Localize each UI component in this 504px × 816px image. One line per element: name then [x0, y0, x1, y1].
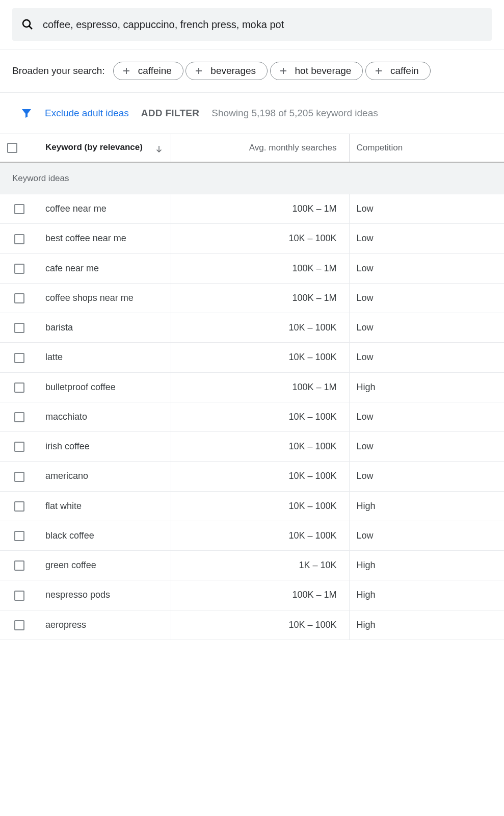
row-select-cell: [0, 224, 38, 253]
table-row: aeropress10K – 100KHigh: [0, 610, 504, 640]
row-checkbox[interactable]: [14, 620, 24, 630]
row-select-cell: [0, 432, 38, 462]
row-checkbox[interactable]: [14, 531, 24, 541]
row-checkbox[interactable]: [14, 293, 24, 303]
row-select-cell: [0, 402, 38, 431]
search-icon: [21, 18, 34, 31]
keyword-cell[interactable]: green coffee: [38, 551, 171, 580]
row-checkbox[interactable]: [14, 412, 24, 422]
row-checkbox[interactable]: [14, 204, 24, 214]
broaden-label: Broaden your search:: [12, 65, 105, 76]
competition-cell: Low: [349, 224, 504, 253]
row-checkbox[interactable]: [14, 353, 24, 363]
searches-cell: 10K – 100K: [171, 432, 349, 462]
broaden-search-row: Broaden your search: caffeine beverages …: [0, 49, 504, 92]
row-checkbox[interactable]: [14, 442, 24, 452]
competition-cell: Low: [349, 521, 504, 550]
plus-icon: [279, 66, 288, 75]
search-query: coffee, espresso, cappuccino, french pre…: [43, 19, 284, 31]
searches-cell: 100K – 1M: [171, 283, 349, 313]
keyword-cell[interactable]: black coffee: [38, 521, 171, 550]
column-header-keyword[interactable]: Keyword (by relevance): [38, 134, 171, 163]
column-header-searches-label: Avg. monthly searches: [249, 143, 337, 152]
row-select-cell: [0, 521, 38, 550]
plus-icon: [194, 66, 203, 75]
row-select-cell: [0, 580, 38, 610]
keyword-ideas-section-header: Keyword ideas: [0, 163, 504, 194]
keyword-cell[interactable]: best coffee near me: [38, 224, 171, 253]
broaden-chip[interactable]: caffeine: [113, 62, 183, 80]
keyword-cell[interactable]: coffee shops near me: [38, 283, 171, 313]
table-row: green coffee1K – 10KHigh: [0, 551, 504, 580]
row-checkbox[interactable]: [14, 323, 24, 333]
row-checkbox[interactable]: [14, 472, 24, 482]
table-row: flat white10K – 100KHigh: [0, 491, 504, 521]
plus-icon: [122, 66, 131, 75]
searches-cell: 10K – 100K: [171, 343, 349, 372]
row-select-cell: [0, 253, 38, 283]
row-select-cell: [0, 610, 38, 640]
table-row: black coffee10K – 100KLow: [0, 521, 504, 550]
keyword-ideas-section-label: Keyword ideas: [0, 163, 504, 194]
add-filter-button[interactable]: ADD FILTER: [141, 108, 200, 119]
filter-bar: Exclude adult ideas ADD FILTER Showing 5…: [0, 92, 504, 134]
keyword-cell[interactable]: macchiato: [38, 402, 171, 431]
column-header-select[interactable]: [0, 134, 38, 163]
broaden-chip[interactable]: caffein: [365, 62, 431, 80]
row-select-cell: [0, 343, 38, 372]
filter-icon[interactable]: [20, 107, 33, 119]
arrow-down-icon: [154, 144, 164, 154]
competition-cell: High: [349, 580, 504, 610]
searches-cell: 1K – 10K: [171, 551, 349, 580]
keyword-cell[interactable]: bulletproof coffee: [38, 372, 171, 402]
keyword-cell[interactable]: coffee near me: [38, 194, 171, 224]
searches-cell: 10K – 100K: [171, 610, 349, 640]
row-select-cell: [0, 194, 38, 224]
keyword-cell[interactable]: aeropress: [38, 610, 171, 640]
keyword-cell[interactable]: flat white: [38, 491, 171, 521]
column-header-competition[interactable]: Competition: [349, 134, 504, 163]
table-row: coffee near me100K – 1MLow: [0, 194, 504, 224]
exclude-adult-link[interactable]: Exclude adult ideas: [45, 108, 129, 119]
table-row: latte10K – 100KLow: [0, 343, 504, 372]
table-row: americano10K – 100KLow: [0, 462, 504, 491]
table-row: best coffee near me10K – 100KLow: [0, 224, 504, 253]
keyword-cell[interactable]: barista: [38, 313, 171, 343]
keyword-table: Keyword (by relevance) Avg. monthly sear…: [0, 134, 504, 640]
row-checkbox[interactable]: [14, 382, 24, 393]
search-bar[interactable]: coffee, espresso, cappuccino, french pre…: [12, 8, 492, 41]
row-select-cell: [0, 462, 38, 491]
searches-cell: 10K – 100K: [171, 402, 349, 431]
broaden-chip[interactable]: beverages: [185, 62, 268, 80]
keyword-cell[interactable]: cafe near me: [38, 253, 171, 283]
broaden-chip-label: caffeine: [138, 65, 172, 76]
keyword-cell[interactable]: americano: [38, 462, 171, 491]
column-header-searches[interactable]: Avg. monthly searches: [171, 134, 349, 163]
broaden-chip-label: hot beverage: [295, 65, 352, 76]
searches-cell: 100K – 1M: [171, 580, 349, 610]
row-checkbox[interactable]: [14, 234, 24, 244]
row-checkbox[interactable]: [14, 560, 24, 571]
column-header-competition-label: Competition: [357, 143, 403, 152]
svg-line-1: [29, 26, 32, 29]
table-row: barista10K – 100KLow: [0, 313, 504, 343]
searches-cell: 10K – 100K: [171, 313, 349, 343]
row-checkbox[interactable]: [14, 264, 24, 274]
select-all-checkbox[interactable]: [7, 143, 17, 153]
keyword-cell[interactable]: nespresso pods: [38, 580, 171, 610]
competition-cell: Low: [349, 432, 504, 462]
competition-cell: Low: [349, 253, 504, 283]
broaden-chip-label: beverages: [210, 65, 256, 76]
svg-point-0: [23, 20, 30, 27]
row-select-cell: [0, 313, 38, 343]
table-row: bulletproof coffee100K – 1MHigh: [0, 372, 504, 402]
keyword-cell[interactable]: latte: [38, 343, 171, 372]
competition-cell: Low: [349, 194, 504, 224]
row-checkbox[interactable]: [14, 501, 24, 512]
keyword-cell[interactable]: irish coffee: [38, 432, 171, 462]
row-checkbox[interactable]: [14, 591, 24, 601]
broaden-chip[interactable]: hot beverage: [270, 62, 363, 80]
table-row: macchiato10K – 100KLow: [0, 402, 504, 431]
searches-cell: 100K – 1M: [171, 194, 349, 224]
result-count-text: Showing 5,198 of 5,205 keyword ideas: [211, 108, 378, 119]
